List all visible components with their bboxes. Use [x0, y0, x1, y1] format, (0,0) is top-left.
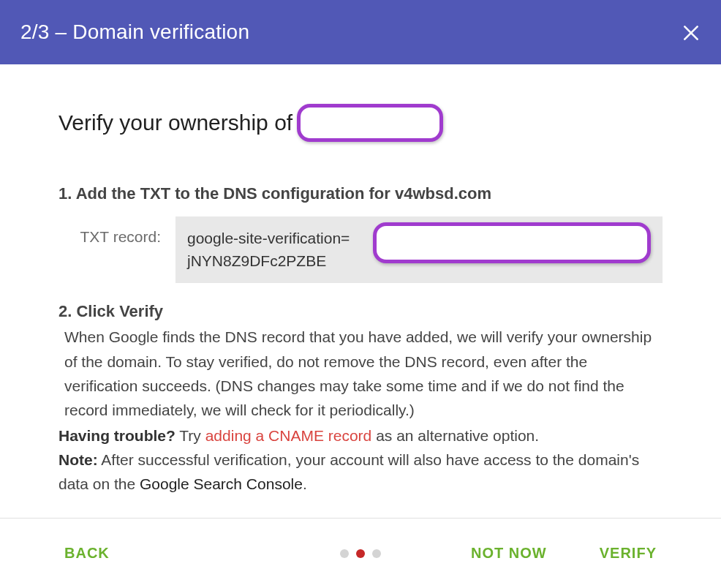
step-dot-1: [340, 549, 349, 558]
cname-link[interactable]: adding a CNAME record: [205, 427, 372, 444]
search-console-link[interactable]: Google Search Console: [140, 475, 303, 492]
trouble-pre: Try: [175, 427, 205, 444]
dialog-content: Verify your ownership of 1. Add the TXT …: [0, 64, 721, 497]
step-1-title: 1. Add the TXT to the DNS configuration …: [58, 183, 663, 205]
step-2-title: 2. Click Verify: [58, 301, 663, 323]
txt-record-value-box: google-site-verification= jNYN8Z9DFc2PZB…: [175, 216, 663, 283]
dialog-header: 2/3 – Domain verification: [0, 0, 721, 64]
trouble-post: as an alternative option.: [371, 427, 539, 444]
redacted-domain-pill: [297, 104, 443, 142]
dialog-footer: BACK NOT NOW VERIFY: [0, 518, 721, 588]
not-now-button[interactable]: NOT NOW: [471, 545, 547, 562]
note-label: Note:: [58, 451, 98, 468]
trouble-label: Having trouble?: [58, 427, 175, 444]
heading-prefix: Verify your ownership of: [58, 110, 292, 135]
txt-record-row: TXT record: google-site-verification= jN…: [58, 216, 663, 283]
redacted-token-pill: [373, 222, 651, 263]
step-2-body: When Google finds the DNS record that yo…: [58, 325, 663, 422]
trouble-line: Having trouble? Try adding a CNAME recor…: [58, 423, 663, 448]
step-dot-2: [356, 549, 365, 558]
step-2: 2. Click Verify When Google finds the DN…: [58, 301, 663, 497]
txt-record-label: TXT record:: [58, 216, 175, 246]
dialog-title: 2/3 – Domain verification: [20, 20, 249, 44]
txt-value-line2: jNYN8Z9DFc2PZBE: [187, 249, 350, 273]
note-post: .: [303, 475, 307, 492]
step-1: 1. Add the TXT to the DNS configuration …: [58, 183, 663, 283]
back-button[interactable]: BACK: [64, 545, 110, 562]
close-icon[interactable]: [682, 23, 701, 42]
page-heading: Verify your ownership of: [58, 104, 663, 142]
step-dot-3: [372, 549, 381, 558]
stepper: [340, 549, 381, 558]
note-line: Note: After successful verification, you…: [58, 448, 663, 496]
verify-button[interactable]: VERIFY: [600, 545, 657, 562]
txt-value-line1: google-site-verification=: [187, 227, 350, 250]
